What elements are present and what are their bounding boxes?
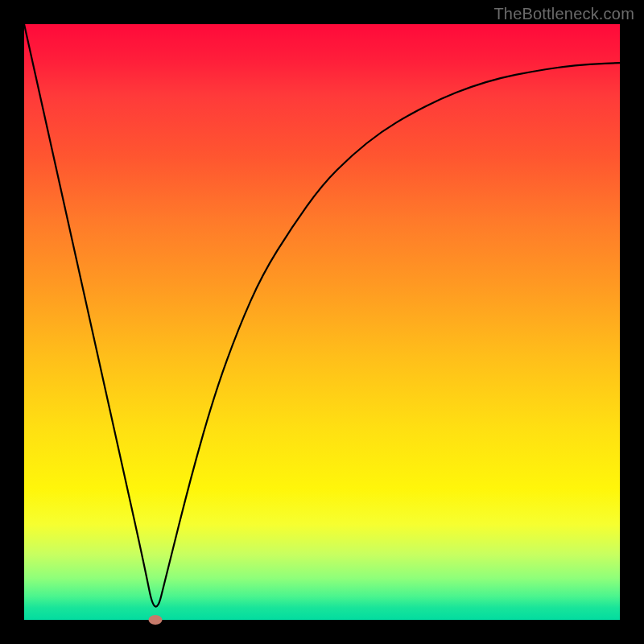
optimum-marker: [148, 615, 162, 625]
chart-frame: TheBottleneck.com: [0, 0, 644, 644]
bottleneck-curve: [24, 24, 620, 607]
curve-layer: [24, 24, 620, 620]
plot-area: [24, 24, 620, 620]
watermark-text: TheBottleneck.com: [493, 5, 634, 23]
